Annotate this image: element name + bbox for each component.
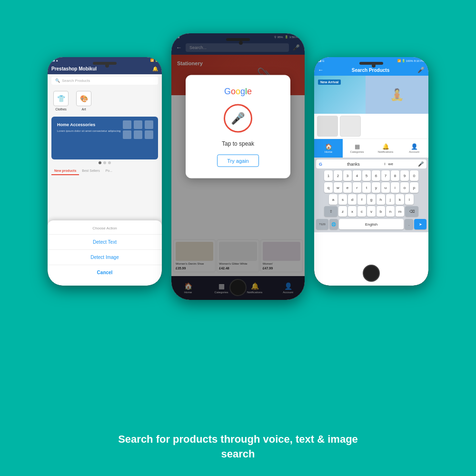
- google-voice-dialog: Google 🎤 Tap to speak Try again: [186, 75, 290, 178]
- right-tab-home[interactable]: 🏠 Home: [314, 139, 343, 158]
- key-m[interactable]: m: [396, 206, 404, 217]
- key-u[interactable]: u: [381, 182, 390, 193]
- left-search-placeholder: Search Products: [62, 79, 90, 83]
- left-status-time: 📶 🔋: [150, 59, 158, 62]
- right-back-icon[interactable]: ←: [318, 67, 324, 73]
- google-letter-g2: g: [240, 87, 245, 96]
- key-6[interactable]: 6: [372, 170, 380, 181]
- key-e[interactable]: e: [343, 182, 352, 193]
- right-tab-categories[interactable]: ▦ Categories: [343, 139, 371, 158]
- right-status-left: 📧 G: [318, 59, 324, 62]
- key-y[interactable]: y: [372, 182, 380, 193]
- action-detect-text[interactable]: Detect Text: [48, 235, 162, 250]
- action-cancel[interactable]: Cancel: [48, 265, 162, 280]
- phone-right: 📧 G 📶 🔋 100% 8:10 PM ← Search Products 🎤…: [314, 57, 428, 286]
- key-space[interactable]: English: [339, 219, 404, 229]
- right-banner-label: New Arrival: [318, 79, 341, 85]
- phone-right-home[interactable]: [363, 265, 380, 282]
- deco-1: [123, 120, 131, 129]
- left-cat-clothes[interactable]: 👕 Clothes: [53, 91, 69, 111]
- phone-center-screen: 📧 ⚲ 95% 🔋 3:59 PM ← Search... 🎤 Statione…: [171, 33, 305, 300]
- left-product-tabs: New products Best Sellers Po...: [48, 164, 162, 175]
- phone-right-camera: [372, 64, 376, 68]
- key-1[interactable]: 1: [324, 170, 333, 181]
- deco-2: [134, 120, 142, 129]
- key-s[interactable]: s: [338, 194, 347, 205]
- key-period[interactable]: .: [405, 219, 413, 229]
- key-z[interactable]: z: [338, 206, 347, 217]
- tab-best-sellers[interactable]: Best Sellers: [79, 167, 102, 175]
- left-status-icons: 📧 ▲: [51, 59, 59, 62]
- key-delete[interactable]: ⌫: [405, 206, 418, 217]
- key-x[interactable]: x: [348, 206, 357, 217]
- right-mic-icon[interactable]: 🎤: [417, 67, 425, 73]
- key-w[interactable]: w: [334, 182, 342, 193]
- left-cat-art[interactable]: 🎨 Art: [76, 91, 91, 111]
- key-globe[interactable]: 🌐: [329, 219, 338, 229]
- key-j[interactable]: j: [386, 194, 395, 205]
- left-cat-art-icon: 🎨: [76, 91, 91, 106]
- key-0[interactable]: 0: [410, 170, 418, 181]
- suggest-2[interactable]: we: [388, 162, 393, 166]
- left-search-bar[interactable]: 🔍 Search Products: [51, 77, 158, 85]
- key-p[interactable]: p: [410, 182, 418, 193]
- left-cat-clothes-icon: 👕: [53, 91, 69, 106]
- right-search-title: Search Products: [352, 68, 389, 73]
- left-categories: 👕 Clothes 🎨 Art: [48, 87, 162, 115]
- tab-popular[interactable]: Po...: [103, 167, 115, 175]
- phone-left: 📧 ▲ 📶 🔋 Prestashop Mobikul 🔔 🔍 Search Pr…: [48, 57, 162, 286]
- right-tab-home-label: Home: [325, 150, 332, 153]
- key-d[interactable]: d: [348, 194, 357, 205]
- right-banner-image: 🧘: [366, 76, 428, 114]
- key-v[interactable]: v: [367, 206, 376, 217]
- phone-center: 📧 ⚲ 95% 🔋 3:59 PM ← Search... 🎤 Statione…: [171, 33, 305, 300]
- key-f[interactable]: f: [357, 194, 366, 205]
- key-c[interactable]: c: [357, 206, 366, 217]
- key-o[interactable]: o: [400, 182, 409, 193]
- key-5[interactable]: 5: [362, 170, 371, 181]
- right-product-thumb-1[interactable]: [317, 116, 338, 137]
- key-a[interactable]: a: [329, 194, 337, 205]
- deco-3: [145, 120, 153, 129]
- phone-left-speaker: [93, 62, 117, 65]
- key-b[interactable]: b: [377, 206, 385, 217]
- google-logo: Google: [195, 87, 281, 97]
- key-shift[interactable]: ⇧: [324, 206, 337, 217]
- right-tab-notifications[interactable]: 🔔 Notifications: [371, 139, 400, 158]
- suggest-1[interactable]: l: [385, 162, 386, 166]
- key-3[interactable]: 3: [343, 170, 352, 181]
- key-l[interactable]: l: [405, 194, 414, 205]
- caption-line1: Search for products through voice, text …: [118, 433, 358, 445]
- key-n[interactable]: n: [386, 206, 395, 217]
- right-product-row: [314, 114, 428, 139]
- key-q[interactable]: q: [324, 182, 333, 193]
- key-2[interactable]: 2: [334, 170, 342, 181]
- key-h[interactable]: h: [377, 194, 385, 205]
- keyboard-mic-icon[interactable]: 🎤: [418, 161, 424, 167]
- keyboard-typed-text[interactable]: thanks: [347, 162, 360, 167]
- action-detect-image[interactable]: Detect Image: [48, 250, 162, 265]
- key-r[interactable]: r: [353, 182, 361, 193]
- tab-new-products[interactable]: New products: [51, 167, 79, 175]
- mic-symbol: 🎤: [231, 112, 245, 125]
- keyboard-number-row: 1 2 3 4 5 6 7 8 9 0: [315, 170, 427, 181]
- key-enter[interactable]: ➤: [414, 219, 426, 229]
- key-9[interactable]: 9: [400, 170, 409, 181]
- key-4[interactable]: 4: [353, 170, 361, 181]
- key-i[interactable]: i: [391, 182, 399, 193]
- try-again-button[interactable]: Try again: [217, 155, 258, 167]
- key-t[interactable]: t: [362, 182, 371, 193]
- right-tab-account[interactable]: 👤 Account: [400, 139, 428, 158]
- right-product-thumb-2[interactable]: [340, 116, 361, 137]
- phone-right-speaker: [359, 62, 383, 65]
- key-numeric[interactable]: ?123: [316, 219, 328, 229]
- dot-2: [103, 161, 106, 164]
- phone-right-screen: 📧 G 📶 🔋 100% 8:10 PM ← Search Products 🎤…: [314, 57, 428, 286]
- key-k[interactable]: k: [396, 194, 404, 205]
- key-g[interactable]: g: [367, 194, 376, 205]
- tap-to-speak-label: Tap to speak: [195, 140, 281, 147]
- left-cat-art-label: Art: [82, 108, 86, 111]
- keyboard-google-g: G: [319, 162, 322, 167]
- key-7[interactable]: 7: [381, 170, 390, 181]
- key-8[interactable]: 8: [391, 170, 399, 181]
